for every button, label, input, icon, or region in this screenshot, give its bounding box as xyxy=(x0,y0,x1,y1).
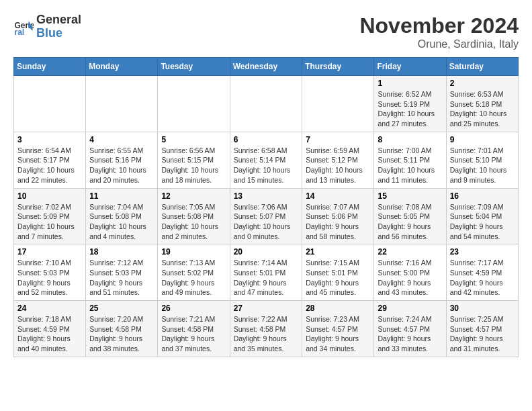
day-info: Sunrise: 7:01 AM Sunset: 5:10 PM Dayligh… xyxy=(450,146,515,185)
calendar-week-3: 10Sunrise: 7:02 AM Sunset: 5:09 PM Dayli… xyxy=(14,188,519,244)
calendar-week-5: 24Sunrise: 7:18 AM Sunset: 4:59 PM Dayli… xyxy=(14,301,519,357)
calendar-cell: 11Sunrise: 7:04 AM Sunset: 5:08 PM Dayli… xyxy=(86,188,158,244)
day-number: 28 xyxy=(306,304,370,313)
calendar-cell: 15Sunrise: 7:08 AM Sunset: 5:05 PM Dayli… xyxy=(374,188,446,244)
day-info: Sunrise: 7:23 AM Sunset: 4:57 PM Dayligh… xyxy=(306,314,370,354)
weekday-header-wednesday: Wednesday xyxy=(230,58,302,76)
day-info: Sunrise: 7:20 AM Sunset: 4:58 PM Dayligh… xyxy=(89,314,154,354)
day-info: Sunrise: 7:05 AM Sunset: 5:08 PM Dayligh… xyxy=(161,202,226,242)
calendar-cell: 28Sunrise: 7:23 AM Sunset: 4:57 PM Dayli… xyxy=(302,301,374,357)
weekday-header-monday: Monday xyxy=(86,58,158,76)
calendar-cell: 3Sunrise: 6:54 AM Sunset: 5:17 PM Daylig… xyxy=(14,132,86,188)
day-number: 22 xyxy=(378,247,442,257)
day-number: 25 xyxy=(89,304,154,313)
day-info: Sunrise: 7:04 AM Sunset: 5:08 PM Dayligh… xyxy=(89,202,154,242)
calendar-cell: 10Sunrise: 7:02 AM Sunset: 5:09 PM Dayli… xyxy=(14,188,86,244)
day-info: Sunrise: 6:52 AM Sunset: 5:19 PM Dayligh… xyxy=(378,89,442,129)
calendar-cell: 22Sunrise: 7:16 AM Sunset: 5:00 PM Dayli… xyxy=(374,244,446,301)
calendar-cell: 6Sunrise: 6:58 AM Sunset: 5:14 PM Daylig… xyxy=(230,132,302,188)
calendar-cell: 23Sunrise: 7:17 AM Sunset: 4:59 PM Dayli… xyxy=(446,244,518,301)
day-info: Sunrise: 7:18 AM Sunset: 4:59 PM Dayligh… xyxy=(17,314,82,354)
day-number: 2 xyxy=(450,79,515,88)
day-info: Sunrise: 7:09 AM Sunset: 5:04 PM Dayligh… xyxy=(450,202,515,242)
day-info: Sunrise: 6:54 AM Sunset: 5:17 PM Dayligh… xyxy=(17,146,82,185)
weekday-header-thursday: Thursday xyxy=(302,58,374,76)
day-info: Sunrise: 7:00 AM Sunset: 5:11 PM Dayligh… xyxy=(378,146,442,185)
location: Orune, Sardinia, Italy xyxy=(359,38,519,50)
svg-text:ral: ral xyxy=(15,28,25,37)
day-info: Sunrise: 7:24 AM Sunset: 4:57 PM Dayligh… xyxy=(378,314,442,354)
calendar-cell xyxy=(158,76,230,132)
day-number: 8 xyxy=(378,135,442,144)
day-number: 23 xyxy=(450,247,515,257)
day-number: 19 xyxy=(161,247,226,257)
day-number: 4 xyxy=(89,135,154,144)
calendar-cell: 13Sunrise: 7:06 AM Sunset: 5:07 PM Dayli… xyxy=(230,188,302,244)
weekday-header-friday: Friday xyxy=(374,58,446,76)
logo: Gene ral General Blue xyxy=(13,13,81,40)
day-info: Sunrise: 6:53 AM Sunset: 5:18 PM Dayligh… xyxy=(450,89,515,129)
day-info: Sunrise: 7:14 AM Sunset: 5:01 PM Dayligh… xyxy=(234,258,299,298)
calendar-cell xyxy=(86,76,158,132)
day-number: 7 xyxy=(306,135,370,144)
calendar-cell: 12Sunrise: 7:05 AM Sunset: 5:08 PM Dayli… xyxy=(158,188,230,244)
calendar-cell: 2Sunrise: 6:53 AM Sunset: 5:18 PM Daylig… xyxy=(446,76,518,132)
day-number: 15 xyxy=(378,191,442,201)
calendar-cell: 14Sunrise: 7:07 AM Sunset: 5:06 PM Dayli… xyxy=(302,188,374,244)
day-number: 27 xyxy=(234,304,299,313)
calendar-cell: 19Sunrise: 7:13 AM Sunset: 5:02 PM Dayli… xyxy=(158,244,230,301)
calendar-cell xyxy=(230,76,302,132)
day-number: 5 xyxy=(161,135,226,144)
calendar-cell: 25Sunrise: 7:20 AM Sunset: 4:58 PM Dayli… xyxy=(86,301,158,357)
calendar-cell: 29Sunrise: 7:24 AM Sunset: 4:57 PM Dayli… xyxy=(374,301,446,357)
month-title: November 2024 xyxy=(359,13,519,38)
calendar-cell: 18Sunrise: 7:12 AM Sunset: 5:03 PM Dayli… xyxy=(86,244,158,301)
day-info: Sunrise: 7:21 AM Sunset: 4:58 PM Dayligh… xyxy=(161,314,226,354)
day-number: 11 xyxy=(89,191,154,201)
logo-text-blue: Blue xyxy=(36,27,81,40)
calendar-cell: 7Sunrise: 6:59 AM Sunset: 5:12 PM Daylig… xyxy=(302,132,374,188)
calendar-week-1: 1Sunrise: 6:52 AM Sunset: 5:19 PM Daylig… xyxy=(14,76,519,132)
day-info: Sunrise: 7:25 AM Sunset: 4:57 PM Dayligh… xyxy=(450,314,515,354)
day-info: Sunrise: 7:08 AM Sunset: 5:05 PM Dayligh… xyxy=(378,202,442,242)
day-info: Sunrise: 7:15 AM Sunset: 5:01 PM Dayligh… xyxy=(306,258,370,298)
day-info: Sunrise: 7:06 AM Sunset: 5:07 PM Dayligh… xyxy=(234,202,299,242)
calendar-cell: 1Sunrise: 6:52 AM Sunset: 5:19 PM Daylig… xyxy=(374,76,446,132)
day-number: 18 xyxy=(89,247,154,257)
calendar-week-2: 3Sunrise: 6:54 AM Sunset: 5:17 PM Daylig… xyxy=(14,132,519,188)
day-info: Sunrise: 7:22 AM Sunset: 4:58 PM Dayligh… xyxy=(234,314,299,354)
day-info: Sunrise: 6:58 AM Sunset: 5:14 PM Dayligh… xyxy=(234,146,299,185)
logo-text-general: General xyxy=(36,13,81,27)
day-number: 10 xyxy=(17,191,82,201)
calendar-cell: 21Sunrise: 7:15 AM Sunset: 5:01 PM Dayli… xyxy=(302,244,374,301)
calendar-cell xyxy=(14,76,86,132)
day-info: Sunrise: 7:16 AM Sunset: 5:00 PM Dayligh… xyxy=(378,258,442,298)
calendar-cell: 27Sunrise: 7:22 AM Sunset: 4:58 PM Dayli… xyxy=(230,301,302,357)
day-number: 21 xyxy=(306,247,370,257)
day-number: 20 xyxy=(234,247,299,257)
calendar-cell: 30Sunrise: 7:25 AM Sunset: 4:57 PM Dayli… xyxy=(446,301,518,357)
day-number: 1 xyxy=(378,79,442,88)
day-number: 3 xyxy=(17,135,82,144)
day-number: 14 xyxy=(306,191,370,201)
calendar-header-row: SundayMondayTuesdayWednesdayThursdayFrid… xyxy=(14,58,519,76)
page-header: Gene ral General Blue November 2024 Orun… xyxy=(13,13,519,50)
day-number: 9 xyxy=(450,135,515,144)
day-info: Sunrise: 6:56 AM Sunset: 5:15 PM Dayligh… xyxy=(161,146,226,185)
day-number: 30 xyxy=(450,304,515,313)
day-info: Sunrise: 7:17 AM Sunset: 4:59 PM Dayligh… xyxy=(450,258,515,298)
day-info: Sunrise: 7:10 AM Sunset: 5:03 PM Dayligh… xyxy=(17,258,82,298)
day-number: 13 xyxy=(234,191,299,201)
title-block: November 2024 Orune, Sardinia, Italy xyxy=(359,13,519,50)
calendar-cell: 5Sunrise: 6:56 AM Sunset: 5:15 PM Daylig… xyxy=(158,132,230,188)
logo-icon: Gene ral xyxy=(13,17,34,37)
day-number: 24 xyxy=(17,304,82,313)
calendar-week-4: 17Sunrise: 7:10 AM Sunset: 5:03 PM Dayli… xyxy=(14,244,519,301)
calendar-cell: 8Sunrise: 7:00 AM Sunset: 5:11 PM Daylig… xyxy=(374,132,446,188)
day-number: 16 xyxy=(450,191,515,201)
day-info: Sunrise: 7:12 AM Sunset: 5:03 PM Dayligh… xyxy=(89,258,154,298)
weekday-header-sunday: Sunday xyxy=(14,58,86,76)
calendar-cell: 20Sunrise: 7:14 AM Sunset: 5:01 PM Dayli… xyxy=(230,244,302,301)
calendar-cell: 26Sunrise: 7:21 AM Sunset: 4:58 PM Dayli… xyxy=(158,301,230,357)
day-number: 26 xyxy=(161,304,226,313)
